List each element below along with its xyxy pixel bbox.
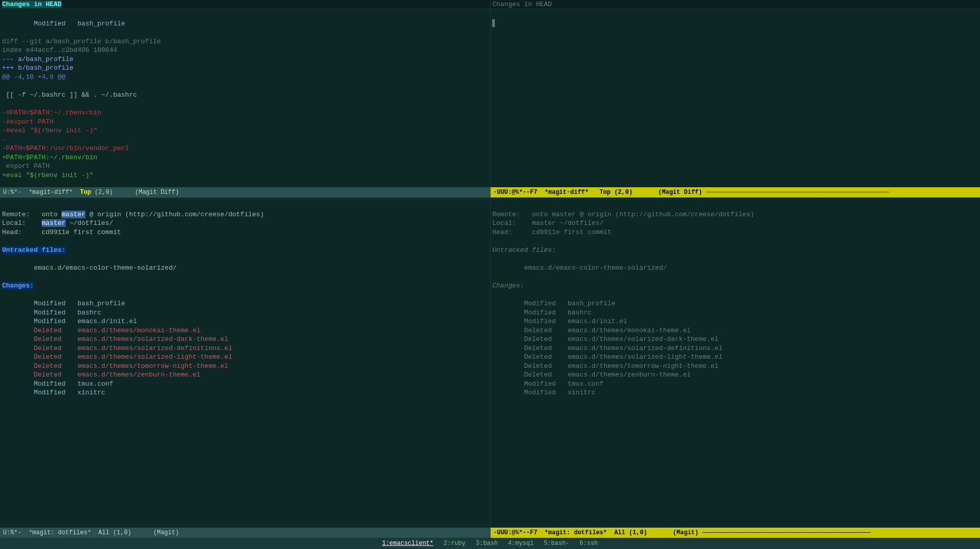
diff-p2: export PATH xyxy=(2,162,50,170)
blank-m4 xyxy=(2,291,6,298)
untracked-file1: emacs.d/emacs-color-theme-solarized/ xyxy=(2,264,177,272)
tab-mysql[interactable]: 4:mysql xyxy=(508,540,533,547)
r-change-bashrc: Modified bashrc xyxy=(493,309,592,316)
modified-bash-profile: Modified bash_profile xyxy=(2,20,125,27)
r-untracked-file1: emacs.d/emacs-color-theme-solarized/ xyxy=(493,264,667,272)
r-blank18 xyxy=(493,180,497,187)
r-change-solarized-light: Deleted emacs.d/themes/solarized-light-t… xyxy=(493,353,723,361)
tab-bash2[interactable]: 5:bash- xyxy=(544,540,569,547)
blank-m2 xyxy=(2,255,6,263)
r-blank3 xyxy=(493,46,497,54)
right-magit-status: -UUU:@%*--F7 *magit: dotfiles* All (1,0)… xyxy=(491,528,981,538)
left-magit-status: U:%*- *magit: dotfiles* All (1,0) (Magit… xyxy=(0,528,490,538)
r-change-tmux: Modified tmux.conf xyxy=(493,380,603,388)
bottom-tab-bar: 1:emacsclient* 2:ruby 3:bash 4:mysql 5:b… xyxy=(0,538,980,549)
left-diff-status: U:%*- *magit-diff* Top (2,0) (Magit Diff… xyxy=(0,187,490,197)
r-change-tomorrow-night: Deleted emacs.d/themes/tomorrow-night-th… xyxy=(493,362,719,370)
magit-head-label: Head: cd9911e first commit xyxy=(2,228,121,236)
blank-m1 xyxy=(2,237,6,245)
left-diff-content[interactable]: Modified bash_profile diff --git a/bash_… xyxy=(0,9,490,187)
r-magit-remote: Remote: onto master @ origin (http://git… xyxy=(493,211,755,218)
r-change-bash-profile: Modified bash_profile xyxy=(493,300,616,307)
change-tmux: Modified tmux.conf xyxy=(2,380,113,388)
diff-m4: - xyxy=(2,136,6,143)
change-tomorrow-night: Deleted emacs.d/themes/tomorrow-night-th… xyxy=(2,362,228,370)
diff-m3: -#eval "$(rbenv init -)" xyxy=(2,127,97,134)
r-change-xinitrc: Modified xinitrc xyxy=(493,389,596,396)
blank4 xyxy=(2,180,6,187)
r-blank1 xyxy=(493,28,497,36)
r-untracked-header: Untracked files: xyxy=(493,246,556,254)
right-diff-title-text: Changes in HEAD xyxy=(493,1,552,8)
diff-m2: -#export PATH xyxy=(2,118,53,126)
change-init-el: Modified emacs.d/init.el xyxy=(2,317,137,325)
blank2 xyxy=(2,82,6,90)
untracked-header: Untracked files: xyxy=(2,246,66,254)
change-bashrc: Modified bashrc xyxy=(2,309,101,316)
r-magit-head: Head: cd9911e first commit xyxy=(493,228,612,236)
diff-ctx1: [[ -f ~/.bashrc ]] && . ~/.bashrc xyxy=(2,91,137,99)
right-diff-status-text: -UUU:@%*--F7 *magit-diff* Top (2,0) (Mag… xyxy=(494,189,889,196)
r-change-init-el: Modified emacs.d/init.el xyxy=(493,317,627,325)
magit-remote-label: Remote: onto master @ origin (http://git… xyxy=(2,211,264,218)
diff-m1: -#PATH=$PATH:~/.rbenv/bin xyxy=(2,109,101,117)
tab-ssh[interactable]: 6:ssh xyxy=(580,540,598,547)
diff-at-line1: @@ -4,10 +4,9 @@ xyxy=(2,73,66,81)
r-blank10 xyxy=(493,109,497,117)
r-blank8 xyxy=(493,91,497,99)
change-monokai: Deleted emacs.d/themes/monokai-theme.el xyxy=(2,327,200,334)
r-change-monokai: Deleted emacs.d/themes/monokai-theme.el xyxy=(493,327,691,334)
change-xinitrc: Modified xinitrc xyxy=(2,389,105,396)
r-blank6 xyxy=(493,73,497,81)
left-magit-content[interactable]: Remote: onto master @ origin (http://git… xyxy=(0,200,490,528)
change-zenburn: Deleted emacs.d/themes/zenburn-theme.el xyxy=(2,371,200,379)
left-diff-title: Changes in HEAD xyxy=(0,0,490,9)
r-blank4 xyxy=(493,55,497,63)
r-blank-m4 xyxy=(493,291,497,298)
change-solarized-def: Deleted emacs.d/themes/solarized-definit… xyxy=(2,344,232,352)
r-blank16 xyxy=(493,162,497,170)
right-magit-content[interactable]: Remote: onto master @ origin (http://git… xyxy=(491,200,981,528)
right-diff-content[interactable]: ▋ Modified bashrc diff --git a/bashrc b/… xyxy=(491,9,981,187)
diff-p3: +eval "$(rbenv init -)" xyxy=(2,171,93,179)
diff-p1: +PATH=$PATH:~/.rbenv/bin xyxy=(2,154,97,161)
left-column: Changes in HEAD Modified bash_profile di… xyxy=(0,0,491,538)
r-cursor: ▋ xyxy=(493,20,497,27)
left-diff-title-hl: Changes in HEAD xyxy=(2,1,62,8)
change-solarized-light: Deleted emacs.d/themes/solarized-light-t… xyxy=(2,353,232,361)
r-blank5 xyxy=(493,64,497,72)
right-column: Changes in HEAD ▋ Modified bashrc diff -… xyxy=(491,0,981,538)
tab-bash1[interactable]: 3:bash xyxy=(476,540,498,547)
diff-git-line1: diff --git a/bash_profile b/bash_profile xyxy=(2,38,161,45)
left-diff-status-text: U:%*- *magit-diff* Top (2,0) (Magit Diff… xyxy=(3,189,179,196)
diff-a-line1: --- a/bash_profile xyxy=(2,55,73,63)
r-blank2 xyxy=(493,38,497,45)
diff-m5: -PATH=$PATH:/usr/bin/vendor_perl xyxy=(2,145,129,152)
change-bash-profile: Modified bash_profile xyxy=(2,300,125,307)
change-solarized-dark: Deleted emacs.d/themes/solarized-dark-th… xyxy=(2,335,228,343)
changes-header: Changes: xyxy=(2,282,34,290)
main-area: Changes in HEAD Modified bash_profile di… xyxy=(0,0,980,538)
r-change-zenburn: Deleted emacs.d/themes/zenburn-theme.el xyxy=(493,371,691,379)
r-change-solarized-def: Deleted emacs.d/themes/solarized-definit… xyxy=(493,344,723,352)
tab-emacsclient[interactable]: 1:emacsclient* xyxy=(382,540,434,547)
blank-m3 xyxy=(2,273,6,280)
r-blank7 xyxy=(493,82,497,90)
r-blank11 xyxy=(493,118,497,126)
r-blank13 xyxy=(493,136,497,143)
tab-ruby[interactable]: 2:ruby xyxy=(444,540,466,547)
r-change-solarized-dark: Deleted emacs.d/themes/solarized-dark-th… xyxy=(493,335,719,343)
right-diff-status: -UUU:@%*--F7 *magit-diff* Top (2,0) (Mag… xyxy=(491,187,981,197)
r-magit-local: Local: master ~/dotfiles/ xyxy=(493,219,603,227)
diff-index-line1: index e44accf..c2bd406 100644 xyxy=(2,46,117,54)
r-changes-header: Changes: xyxy=(493,282,524,290)
blank xyxy=(2,28,6,36)
r-blank15 xyxy=(493,154,497,161)
right-magit-status-text: -UUU:@%*--F7 *magit: dotfiles* All (1,0)… xyxy=(494,529,871,536)
r-blank-m3 xyxy=(493,273,497,280)
r-blank-m1 xyxy=(493,237,497,245)
magit-local-label: Local: master ~/dotfiles/ xyxy=(2,219,113,227)
left-magit-status-text: U:%*- *magit: dotfiles* All (1,0) (Magit… xyxy=(3,529,179,536)
blank3 xyxy=(2,100,6,107)
r-blank17 xyxy=(493,171,497,179)
